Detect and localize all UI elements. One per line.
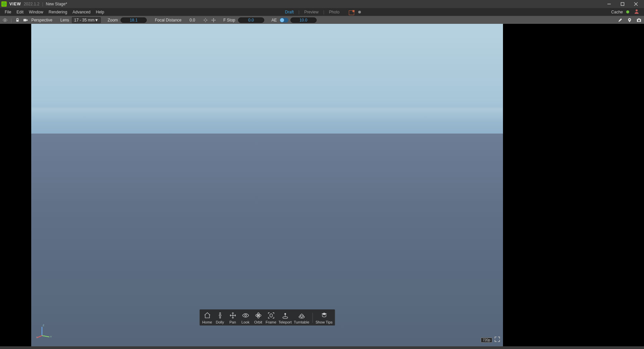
frame-icon — [267, 311, 275, 319]
focal-distance-value[interactable]: 0.0 — [189, 18, 196, 22]
mode-photo[interactable]: Photo — [327, 9, 341, 15]
zoom-field[interactable]: 18.1 — [121, 17, 147, 23]
cache-label: Cache — [611, 10, 623, 14]
svg-rect-12 — [638, 18, 640, 19]
svg-point-20 — [244, 314, 246, 316]
render-mode-switch: Draft | Preview | Photo — [283, 9, 361, 15]
nav-pan-label: Pan — [229, 320, 236, 324]
nav-dolly-label: Dolly — [216, 320, 224, 324]
app-name: VIEW — [9, 2, 21, 6]
live-status-dot — [358, 11, 361, 13]
app-icon — [1, 1, 7, 7]
focal-distance-label: Focal Distance — [154, 18, 182, 22]
svg-rect-8 — [24, 19, 27, 21]
menu-help[interactable]: Help — [93, 9, 107, 15]
svg-rect-2 — [621, 3, 624, 6]
look-icon — [242, 311, 249, 319]
resolution-badge[interactable]: 720p — [481, 338, 492, 343]
svg-line-28 — [42, 336, 49, 337]
ae-label: AE — [271, 18, 278, 22]
svg-line-29 — [37, 336, 42, 338]
svg-point-6 — [4, 19, 6, 21]
ae-field[interactable]: 10.0 — [290, 17, 317, 23]
ae-toggle[interactable] — [280, 18, 288, 22]
svg-text:X: X — [36, 336, 38, 339]
chevron-down-icon: ▼ — [95, 18, 99, 22]
pencil-icon[interactable] — [617, 17, 623, 23]
lens-dropdown[interactable]: 17 - 35 mm ▼ — [72, 17, 101, 23]
nav-orbit-label: Orbit — [254, 320, 262, 324]
viewport-left-gutter — [0, 24, 31, 346]
dolly-icon — [216, 311, 224, 319]
menu-rendering[interactable]: Rendering — [46, 9, 70, 15]
nav-frame[interactable]: Frame — [265, 311, 277, 324]
window-minimize-button[interactable] — [602, 0, 616, 8]
turntable-icon — [298, 311, 305, 319]
svg-point-0 — [3, 3, 5, 5]
camera-name[interactable]: Perspective — [31, 18, 53, 22]
tips-icon — [320, 311, 328, 319]
svg-text:Z: Z — [43, 324, 44, 327]
home-icon — [203, 311, 211, 319]
zoom-label: Zoom — [107, 18, 119, 22]
nav-teleport[interactable]: Teleport — [277, 311, 293, 324]
app-version: 2022.1.2 — [24, 2, 40, 6]
mode-preview[interactable]: Preview — [302, 9, 321, 15]
status-strip — [0, 346, 644, 349]
nav-tips-label: Show Tips — [316, 320, 333, 324]
svg-point-23 — [258, 315, 259, 316]
scene-clouds — [31, 108, 503, 134]
cache-status-dot — [626, 10, 629, 13]
nav-pan[interactable]: Pan — [226, 311, 239, 324]
nav-dolly[interactable]: Dolly — [214, 311, 226, 324]
nav-look[interactable]: Look — [239, 311, 252, 324]
fstop-label: F Stop — [223, 18, 236, 22]
svg-point-5 — [636, 9, 638, 11]
user-icon[interactable] — [634, 9, 639, 15]
waypoint-icon[interactable] — [627, 17, 633, 23]
snapshot-icon[interactable] — [636, 17, 642, 23]
nav-home-label: Home — [202, 320, 212, 324]
svg-rect-7 — [16, 20, 19, 21]
axis-gizmo[interactable]: Z Y X — [36, 323, 52, 340]
window-maximize-button[interactable] — [616, 0, 629, 8]
visibility-icon[interactable] — [2, 17, 8, 23]
lock-icon[interactable] — [14, 17, 20, 23]
render-region-icon[interactable] — [349, 10, 354, 15]
mode-draft[interactable]: Draft — [283, 9, 296, 15]
viewport-right-gutter — [503, 24, 644, 346]
svg-point-24 — [283, 317, 288, 319]
viewport-navbar: Home Dolly Pan Look Orbit Frame — [199, 309, 335, 326]
viewport[interactable]: Home Dolly Pan Look Orbit Frame — [0, 24, 644, 346]
svg-point-11 — [638, 19, 640, 21]
title-divider: | — [42, 2, 43, 6]
nav-turntable[interactable]: Turntable — [293, 311, 310, 324]
viewport-toolbar: | Perspective Lens 17 - 35 mm ▼ Zoom 18.… — [0, 16, 644, 24]
camera-icon[interactable] — [22, 17, 29, 23]
title-bar: VIEW 2022.1.2 | New Stage* — [0, 0, 644, 8]
svg-point-9 — [629, 19, 630, 20]
menu-advanced[interactable]: Advanced — [70, 9, 93, 15]
menu-edit[interactable]: Edit — [14, 9, 26, 15]
lens-value: 17 - 35 mm — [74, 18, 95, 22]
menu-window[interactable]: Window — [26, 9, 46, 15]
nav-turntable-label: Turntable — [294, 320, 309, 324]
zoom-value: 18.1 — [130, 18, 137, 22]
move-icon[interactable] — [211, 17, 217, 23]
nav-show-tips[interactable]: Show Tips — [315, 311, 333, 324]
pan-icon — [229, 311, 236, 319]
nav-orbit[interactable]: Orbit — [252, 311, 265, 324]
menu-file[interactable]: File — [2, 9, 14, 15]
collapse-icon[interactable] — [494, 336, 500, 344]
window-close-button[interactable] — [629, 0, 643, 8]
navbar-divider — [312, 313, 313, 323]
nav-home[interactable]: Home — [201, 311, 214, 324]
teleport-icon — [281, 311, 289, 319]
fstop-field[interactable]: 0.0 — [238, 17, 264, 23]
svg-point-19 — [219, 314, 221, 316]
menu-bar: File Edit Window Rendering Advanced Help… — [0, 8, 644, 16]
stage-name: New Stage* — [46, 2, 67, 6]
viewport-canvas[interactable]: Home Dolly Pan Look Orbit Frame — [31, 24, 503, 346]
nav-look-label: Look — [241, 320, 249, 324]
focus-pick-icon[interactable] — [202, 17, 209, 23]
